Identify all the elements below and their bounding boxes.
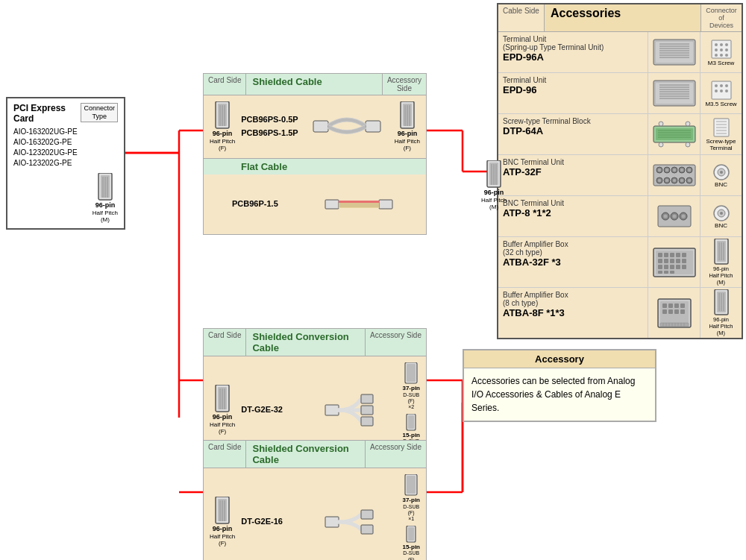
- svg-rect-183: [361, 417, 373, 426]
- conv-2-acc-side-label: Accessory Side: [365, 441, 426, 468]
- svg-rect-199: [408, 527, 414, 541]
- svg-rect-42: [656, 42, 693, 63]
- svg-rect-34: [379, 200, 392, 209]
- svg-point-58: [720, 54, 723, 57]
- shielded-cable-header: Card Side Shielded Cable AccessorySide: [204, 74, 426, 95]
- svg-rect-139: [664, 265, 668, 269]
- svg-point-122: [681, 215, 685, 218]
- acc-atba32f-left: Buffer Amplifier Box(32 ch type) ATBA-32…: [498, 237, 648, 287]
- svg-point-70: [715, 84, 718, 87]
- svg-rect-193: [325, 517, 339, 527]
- svg-rect-154: [668, 303, 673, 308]
- acc-epd96-connector: M3.5 Screw: [700, 73, 742, 113]
- accessory-note-header: Accessory: [464, 350, 655, 368]
- svg-rect-137: [682, 259, 686, 263]
- acc-row-atp32f: BNC Terminal Unit ATP-32F: [498, 155, 742, 196]
- svg-rect-144: [664, 271, 668, 274]
- conv-1-title: Shielded Conversion Cable: [246, 329, 365, 356]
- flat-cable-image: [314, 182, 404, 227]
- acc-atp32f-model: ATP-32F: [503, 166, 643, 177]
- conv-2-model: DT-G2E-16: [241, 515, 313, 529]
- connector-type-label: Connector Type: [81, 103, 118, 122]
- svg-rect-134: [664, 259, 668, 263]
- pci-card-box: PCI Express Card Connector Type AIO-1632…: [6, 97, 125, 230]
- svg-rect-145: [670, 271, 674, 274]
- svg-point-118: [663, 215, 667, 218]
- flat-model: PCB96P-1.5: [232, 198, 314, 211]
- svg-rect-160: [680, 309, 685, 314]
- svg-rect-181: [361, 394, 373, 403]
- conversion-cable-section-2: Card Side Shielded Conversion Cable Acce…: [203, 440, 427, 560]
- flat-cable-models: PCB96P-1.5: [232, 198, 314, 211]
- pci-card-title: PCI Express Card: [13, 103, 81, 124]
- flat-cable-title: Flat Cable: [204, 159, 426, 174]
- pci-model-1: AIO-163202UG-PE: [13, 127, 118, 137]
- shielded-cable-right-connector: 96-pin Half Pitch(F): [395, 101, 420, 152]
- acc-row-epd96a: Terminal Unit(Spring-up Type Terminal Un…: [498, 32, 742, 73]
- svg-point-59: [725, 54, 728, 57]
- acc-atp8-left: BNC Terminal Unit ATP-8 *1*2: [498, 196, 648, 236]
- svg-rect-26: [313, 121, 328, 132]
- svg-rect-140: [670, 265, 674, 269]
- pci-pin-desc: Half Pitch(M): [93, 210, 118, 224]
- shielded-cable-left-connector: 96-pin Half Pitch(F): [210, 101, 235, 152]
- svg-rect-135: [670, 259, 674, 263]
- svg-rect-132: [682, 253, 686, 257]
- svg-rect-27: [366, 121, 380, 132]
- svg-point-104: [658, 179, 661, 182]
- conv-2-right-connectors: 37-pin D-SUB(F)×1 15-pin D-SUB(F)×1: [402, 474, 420, 560]
- svg-point-55: [720, 48, 723, 51]
- acc-atp8-model: ATP-8 *1*2: [503, 207, 643, 218]
- conv-2-cable-image: [313, 500, 402, 544]
- pci-pin-label: 96-pin: [95, 201, 116, 210]
- conv-2-models: DT-G2E-16: [241, 515, 313, 529]
- acc-dtp64a-connector-label: Screw-type Terminal: [706, 138, 736, 151]
- acc-atba8f-connector: 96-pinHalf Pitch(M): [700, 288, 742, 338]
- svg-point-84: [659, 142, 663, 147]
- acc-row-epd96: Terminal Unit EPD-96: [498, 73, 742, 114]
- svg-rect-195: [361, 525, 373, 534]
- svg-point-73: [715, 89, 718, 92]
- svg-rect-133: [658, 259, 662, 263]
- conv-1-left-connector: 96-pin Half Pitch(F): [210, 385, 235, 435]
- acc-epd96a-connector-label: M3 Screw: [708, 60, 735, 66]
- acc-epd96a-left: Terminal Unit(Spring-up Type Terminal Un…: [498, 32, 648, 72]
- svg-rect-153: [662, 303, 667, 308]
- conv-1-right-conn-1: 37-pin D-SUB(F)×2: [402, 362, 420, 411]
- svg-point-125: [720, 212, 723, 215]
- svg-rect-197: [407, 476, 416, 494]
- conv-1-acc-side-label: Accessory Side: [365, 329, 426, 356]
- pci-card-bottom: 96-pin Half Pitch(M): [13, 173, 118, 224]
- acc-row-atba32f: Buffer Amplifier Box(32 ch type) ATBA-32…: [498, 237, 742, 288]
- svg-rect-138: [658, 265, 662, 269]
- svg-point-115: [720, 171, 723, 174]
- svg-point-53: [725, 43, 728, 46]
- svg-rect-33: [325, 200, 339, 209]
- acc-atp8-label: BNC Terminal Unit: [503, 199, 643, 207]
- svg-point-106: [665, 179, 668, 182]
- svg-point-52: [720, 43, 723, 46]
- svg-rect-40: [339, 201, 379, 203]
- diagram-container: PCI Express Card Connector Type AIO-1632…: [0, 0, 746, 560]
- acc-cable-side-label: Cable Side: [498, 4, 545, 32]
- svg-point-100: [680, 169, 683, 172]
- pci-model-4: AIO-123202G-PE: [13, 158, 118, 169]
- svg-rect-180: [325, 405, 339, 415]
- conv-1-model: DT-G2E-32: [241, 403, 313, 417]
- svg-point-108: [673, 179, 676, 182]
- acc-atp32f-label: BNC Terminal Unit: [503, 158, 643, 166]
- acc-input-connector: 96-pin Half Pitch(M): [481, 160, 507, 211]
- acc-atba8f-model: ATBA-8F *1*3: [503, 307, 643, 318]
- shielded-cable-section: Card Side Shielded Cable AccessorySide 9…: [203, 73, 427, 235]
- svg-rect-161: [660, 323, 689, 327]
- svg-rect-158: [668, 309, 673, 314]
- svg-point-94: [658, 169, 661, 172]
- svg-point-57: [715, 54, 718, 57]
- accessory-note-box: Accessory Accessories can be selected fr…: [463, 349, 656, 422]
- conv-1-cable-image: [313, 388, 402, 432]
- svg-rect-141: [676, 265, 680, 269]
- card-side-label: Card Side: [204, 74, 246, 95]
- svg-point-110: [680, 179, 683, 182]
- shielded-cable-models: PCB96PS-0.5P PCB96PS-1.5P: [241, 113, 302, 139]
- conv-2-right-conn-1: 37-pin D-SUB(F)×1: [402, 474, 420, 523]
